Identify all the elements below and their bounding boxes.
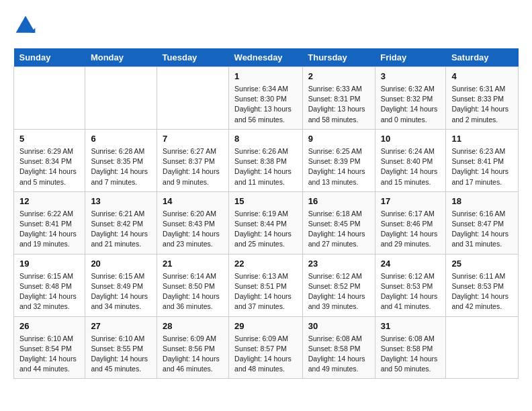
day-13: 13Sunrise: 6:21 AM Sunset: 8:42 PM Dayli… bbox=[85, 191, 157, 254]
day-25: 25Sunrise: 6:11 AM Sunset: 8:53 PM Dayli… bbox=[446, 254, 519, 316]
day-28: 28Sunrise: 6:09 AM Sunset: 8:56 PM Dayli… bbox=[157, 316, 229, 379]
week-row-4: 19Sunrise: 6:15 AM Sunset: 8:48 PM Dayli… bbox=[14, 254, 519, 316]
col-header-tuesday: Tuesday bbox=[157, 48, 229, 67]
day-30: 30Sunrise: 6:08 AM Sunset: 8:58 PM Dayli… bbox=[302, 316, 375, 379]
day-21: 21Sunrise: 6:14 AM Sunset: 8:50 PM Dayli… bbox=[157, 254, 229, 316]
day-info-30: Sunrise: 6:08 AM Sunset: 8:58 PM Dayligh… bbox=[308, 334, 369, 375]
week-row-3: 12Sunrise: 6:22 AM Sunset: 8:41 PM Dayli… bbox=[14, 191, 519, 254]
day-number-18: 18 bbox=[451, 196, 513, 206]
day-number-12: 12 bbox=[19, 196, 79, 206]
empty-cell bbox=[157, 67, 229, 130]
day-info-28: Sunrise: 6:09 AM Sunset: 8:56 PM Dayligh… bbox=[163, 334, 223, 375]
day-29: 29Sunrise: 6:09 AM Sunset: 8:57 PM Dayli… bbox=[229, 316, 303, 379]
day-10: 10Sunrise: 6:24 AM Sunset: 8:40 PM Dayli… bbox=[375, 129, 446, 191]
day-number-16: 16 bbox=[308, 196, 369, 206]
day-number-17: 17 bbox=[381, 196, 441, 206]
day-7: 7Sunrise: 6:27 AM Sunset: 8:37 PM Daylig… bbox=[157, 129, 229, 191]
page-header bbox=[13, 13, 519, 38]
day-info-6: Sunrise: 6:28 AM Sunset: 8:35 PM Dayligh… bbox=[91, 146, 151, 187]
day-info-1: Sunrise: 6:34 AM Sunset: 8:30 PM Dayligh… bbox=[234, 84, 297, 125]
day-info-24: Sunrise: 6:12 AM Sunset: 8:53 PM Dayligh… bbox=[381, 271, 441, 312]
day-info-12: Sunrise: 6:22 AM Sunset: 8:41 PM Dayligh… bbox=[19, 209, 79, 250]
day-3: 3Sunrise: 6:32 AM Sunset: 8:32 PM Daylig… bbox=[375, 67, 446, 130]
day-info-8: Sunrise: 6:26 AM Sunset: 8:38 PM Dayligh… bbox=[234, 146, 297, 187]
day-17: 17Sunrise: 6:17 AM Sunset: 8:46 PM Dayli… bbox=[375, 191, 446, 254]
day-4: 4Sunrise: 6:31 AM Sunset: 8:33 PM Daylig… bbox=[446, 67, 519, 130]
empty-cell bbox=[14, 67, 85, 130]
day-number-13: 13 bbox=[91, 196, 151, 206]
day-info-23: Sunrise: 6:12 AM Sunset: 8:52 PM Dayligh… bbox=[308, 271, 369, 312]
day-16: 16Sunrise: 6:18 AM Sunset: 8:45 PM Dayli… bbox=[302, 191, 375, 254]
day-12: 12Sunrise: 6:22 AM Sunset: 8:41 PM Dayli… bbox=[14, 191, 85, 254]
logo bbox=[13, 13, 42, 38]
day-info-2: Sunrise: 6:33 AM Sunset: 8:31 PM Dayligh… bbox=[308, 84, 369, 125]
col-header-monday: Monday bbox=[85, 48, 157, 67]
day-14: 14Sunrise: 6:20 AM Sunset: 8:43 PM Dayli… bbox=[157, 191, 229, 254]
day-info-11: Sunrise: 6:23 AM Sunset: 8:41 PM Dayligh… bbox=[451, 146, 513, 187]
day-31: 31Sunrise: 6:08 AM Sunset: 8:58 PM Dayli… bbox=[375, 316, 446, 379]
col-header-wednesday: Wednesday bbox=[229, 48, 303, 67]
day-18: 18Sunrise: 6:16 AM Sunset: 8:47 PM Dayli… bbox=[446, 191, 519, 254]
week-row-2: 5Sunrise: 6:29 AM Sunset: 8:34 PM Daylig… bbox=[14, 129, 519, 191]
day-number-9: 9 bbox=[308, 134, 369, 144]
day-24: 24Sunrise: 6:12 AM Sunset: 8:53 PM Dayli… bbox=[375, 254, 446, 316]
day-info-26: Sunrise: 6:10 AM Sunset: 8:54 PM Dayligh… bbox=[19, 334, 79, 375]
day-info-10: Sunrise: 6:24 AM Sunset: 8:40 PM Dayligh… bbox=[381, 146, 441, 187]
day-number-10: 10 bbox=[381, 134, 441, 144]
day-info-29: Sunrise: 6:09 AM Sunset: 8:57 PM Dayligh… bbox=[234, 334, 297, 375]
day-22: 22Sunrise: 6:13 AM Sunset: 8:51 PM Dayli… bbox=[229, 254, 303, 316]
day-5: 5Sunrise: 6:29 AM Sunset: 8:34 PM Daylig… bbox=[14, 129, 85, 191]
day-number-4: 4 bbox=[451, 71, 513, 81]
day-number-7: 7 bbox=[163, 134, 223, 144]
day-info-16: Sunrise: 6:18 AM Sunset: 8:45 PM Dayligh… bbox=[308, 209, 369, 250]
week-row-5: 26Sunrise: 6:10 AM Sunset: 8:54 PM Dayli… bbox=[14, 316, 519, 379]
empty-cell bbox=[85, 67, 157, 130]
day-20: 20Sunrise: 6:15 AM Sunset: 8:49 PM Dayli… bbox=[85, 254, 157, 316]
calendar-table: SundayMondayTuesdayWednesdayThursdayFrid… bbox=[13, 48, 519, 379]
day-info-15: Sunrise: 6:19 AM Sunset: 8:44 PM Dayligh… bbox=[234, 209, 297, 250]
day-number-22: 22 bbox=[234, 259, 297, 269]
day-2: 2Sunrise: 6:33 AM Sunset: 8:31 PM Daylig… bbox=[302, 67, 375, 130]
day-8: 8Sunrise: 6:26 AM Sunset: 8:38 PM Daylig… bbox=[229, 129, 303, 191]
logo-icon bbox=[13, 13, 38, 38]
day-number-8: 8 bbox=[234, 134, 297, 144]
day-number-5: 5 bbox=[19, 134, 79, 144]
day-number-31: 31 bbox=[381, 321, 441, 331]
day-info-7: Sunrise: 6:27 AM Sunset: 8:37 PM Dayligh… bbox=[163, 146, 223, 187]
day-info-5: Sunrise: 6:29 AM Sunset: 8:34 PM Dayligh… bbox=[19, 146, 79, 187]
day-number-2: 2 bbox=[308, 71, 369, 81]
day-15: 15Sunrise: 6:19 AM Sunset: 8:44 PM Dayli… bbox=[229, 191, 303, 254]
day-info-31: Sunrise: 6:08 AM Sunset: 8:58 PM Dayligh… bbox=[381, 334, 441, 375]
col-header-sunday: Sunday bbox=[14, 48, 85, 67]
col-header-thursday: Thursday bbox=[302, 48, 375, 67]
day-number-21: 21 bbox=[163, 259, 223, 269]
day-19: 19Sunrise: 6:15 AM Sunset: 8:48 PM Dayli… bbox=[14, 254, 85, 316]
day-number-14: 14 bbox=[163, 196, 223, 206]
day-info-14: Sunrise: 6:20 AM Sunset: 8:43 PM Dayligh… bbox=[163, 209, 223, 250]
day-info-20: Sunrise: 6:15 AM Sunset: 8:49 PM Dayligh… bbox=[91, 271, 151, 312]
day-number-3: 3 bbox=[381, 71, 441, 81]
day-27: 27Sunrise: 6:10 AM Sunset: 8:55 PM Dayli… bbox=[85, 316, 157, 379]
day-info-9: Sunrise: 6:25 AM Sunset: 8:39 PM Dayligh… bbox=[308, 146, 369, 187]
day-number-29: 29 bbox=[234, 321, 297, 331]
empty-cell bbox=[446, 316, 519, 379]
day-info-21: Sunrise: 6:14 AM Sunset: 8:50 PM Dayligh… bbox=[163, 271, 223, 312]
day-number-19: 19 bbox=[19, 259, 79, 269]
day-info-4: Sunrise: 6:31 AM Sunset: 8:33 PM Dayligh… bbox=[451, 84, 513, 125]
svg-marker-0 bbox=[16, 16, 36, 33]
day-1: 1Sunrise: 6:34 AM Sunset: 8:30 PM Daylig… bbox=[229, 67, 303, 130]
day-number-24: 24 bbox=[381, 259, 441, 269]
day-info-25: Sunrise: 6:11 AM Sunset: 8:53 PM Dayligh… bbox=[451, 271, 513, 312]
day-info-17: Sunrise: 6:17 AM Sunset: 8:46 PM Dayligh… bbox=[381, 209, 441, 250]
day-number-6: 6 bbox=[91, 134, 151, 144]
day-number-15: 15 bbox=[234, 196, 297, 206]
day-info-13: Sunrise: 6:21 AM Sunset: 8:42 PM Dayligh… bbox=[91, 209, 151, 250]
day-26: 26Sunrise: 6:10 AM Sunset: 8:54 PM Dayli… bbox=[14, 316, 85, 379]
day-number-1: 1 bbox=[234, 71, 297, 81]
day-6: 6Sunrise: 6:28 AM Sunset: 8:35 PM Daylig… bbox=[85, 129, 157, 191]
day-number-25: 25 bbox=[451, 259, 513, 269]
day-info-18: Sunrise: 6:16 AM Sunset: 8:47 PM Dayligh… bbox=[451, 209, 513, 250]
col-header-saturday: Saturday bbox=[446, 48, 519, 67]
day-number-28: 28 bbox=[163, 321, 223, 331]
day-info-22: Sunrise: 6:13 AM Sunset: 8:51 PM Dayligh… bbox=[234, 271, 297, 312]
